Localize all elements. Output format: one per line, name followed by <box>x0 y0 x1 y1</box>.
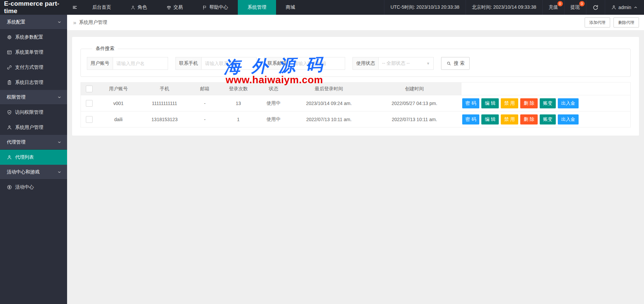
nav-item-label: 角色 <box>138 4 147 10</box>
nav-item-label: 交易 <box>173 4 183 10</box>
app-logo: E-commerce part-time <box>0 0 67 15</box>
nav-item-label: 系统管理 <box>248 4 266 10</box>
refresh-button[interactable] <box>586 0 605 15</box>
column-header-状态: 状态 <box>257 83 290 95</box>
person-icon <box>611 5 616 10</box>
search-legend: 条件搜索 <box>92 46 118 52</box>
cell-created: 2022/05/27 04:13 pm. <box>368 95 462 111</box>
add-agent-button[interactable]: 添加代理 <box>585 17 610 28</box>
person-icon <box>7 155 12 160</box>
nav-item-商城[interactable]: 商城 <box>276 0 305 15</box>
account-change-button[interactable]: 账变 <box>540 114 556 124</box>
scales-icon <box>166 5 171 10</box>
search-input[interactable] <box>113 57 168 70</box>
users-card: 条件搜索 用户账号联系手机联系邮箱 使用状态 -- 全部状态 -- ▼ 搜 索 <box>72 37 639 136</box>
delete-button[interactable]: 删 除 <box>520 98 538 108</box>
search-field-label: 用户账号 <box>87 57 113 70</box>
sidebar-group-系统配置[interactable]: 系统配置 <box>0 15 67 30</box>
row-checkbox[interactable] <box>86 116 93 123</box>
sidebar-label: 系统菜单管理 <box>15 49 43 55</box>
admin-app: E-commerce part-time 后台首页角色交易帮助中心系统管理商城 … <box>0 0 644 304</box>
nav-item-label: 帮助中心 <box>209 4 228 10</box>
topbar-nav: 后台首页角色交易帮助中心系统管理商城 <box>83 0 305 15</box>
sidebar-group-权限管理[interactable]: 权限管理 <box>0 90 67 105</box>
account-change-button[interactable]: 账变 <box>540 98 556 108</box>
utc-time: UTC-5时间: 2023/10/13 20:33:38 <box>384 0 465 15</box>
search-input[interactable] <box>290 57 345 70</box>
search-input[interactable] <box>201 57 257 70</box>
sidebar-item-系统参数配置[interactable]: 系统参数配置 <box>0 30 67 45</box>
row-actions: 密 码编 辑禁 用删 除账变出入金 <box>462 114 631 124</box>
nav-item-帮助中心[interactable]: 帮助中心 <box>193 0 238 15</box>
cell-email: - <box>190 95 220 111</box>
disable-button[interactable]: 禁 用 <box>501 114 518 124</box>
sidebar-label: 支付方式管理 <box>15 64 43 70</box>
password-button[interactable]: 密 码 <box>462 98 480 108</box>
sidebar-item-系统用户管理[interactable]: 系统用户管理 <box>0 120 67 135</box>
sidebar-item-系统日志管理[interactable]: 系统日志管理 <box>0 75 67 90</box>
disable-button[interactable]: 禁 用 <box>501 98 518 108</box>
sidebar-label: 代理列表 <box>15 154 34 160</box>
chevdown-icon <box>57 20 62 24</box>
cell-phone: 1318153123 <box>140 111 190 128</box>
shield-icon <box>7 110 12 115</box>
nav-item-系统管理[interactable]: 系统管理 <box>238 0 276 15</box>
search-field-用户账号: 用户账号 <box>87 57 168 70</box>
row-checkbox[interactable] <box>86 100 93 107</box>
recharge-label: 充值 <box>549 4 558 10</box>
chevdown-icon <box>57 170 62 174</box>
deposit-withdraw-button[interactable]: 出入金 <box>558 98 579 108</box>
sidebar-item-活动中心[interactable]: 活动中心 <box>0 180 67 195</box>
search-button[interactable]: 搜 索 <box>441 57 470 70</box>
edit-button[interactable]: 编 辑 <box>481 114 499 124</box>
withdraw-badge: 0 <box>579 1 585 6</box>
search-field-联系手机: 联系手机 <box>175 57 257 70</box>
hamburger-icon[interactable] <box>67 0 83 15</box>
sidebar-label: 活动中心 <box>15 184 34 190</box>
recharge-button[interactable]: 充值 0 <box>542 0 564 15</box>
link-icon <box>7 65 12 70</box>
sidebar-item-访问权限管理[interactable]: 访问权限管理 <box>0 105 67 120</box>
users-table: 用户账号手机邮箱登录次数状态最后登录时间创建时间 v00111111111111… <box>80 82 631 128</box>
sidebar-item-系统菜单管理[interactable]: 系统菜单管理 <box>0 45 67 60</box>
chevdown-icon <box>57 95 62 100</box>
deposit-withdraw-button[interactable]: 出入金 <box>558 114 579 124</box>
header-checkbox-cell <box>81 83 98 95</box>
table-row: v00111111111111-13使用中2023/10/14 09:24 am… <box>81 95 631 111</box>
cell-last-login: 2023/10/14 09:24 am. <box>290 95 368 111</box>
column-header-手机: 手机 <box>140 83 190 95</box>
cell-last-login: 2022/07/13 10:11 am. <box>290 111 368 128</box>
column-header-用户账号: 用户账号 <box>98 83 140 95</box>
dropdown-arrow-icon: ▼ <box>426 61 430 65</box>
status-select[interactable]: -- 全部状态 -- ▼ <box>378 57 434 70</box>
sidebar-item-支付方式管理[interactable]: 支付方式管理 <box>0 60 67 75</box>
nav-item-label: 后台首页 <box>92 4 111 10</box>
breadcrumb: » 系统用户管理 <box>73 19 107 26</box>
nav-item-角色[interactable]: 角色 <box>121 0 157 15</box>
double-chevron-icon: » <box>73 20 76 26</box>
search-field-label: 联系手机 <box>175 57 201 70</box>
column-header-邮箱: 邮箱 <box>190 83 220 95</box>
sidebar-label: 系统配置 <box>7 19 25 25</box>
delete-agent-button[interactable]: 删除代理 <box>613 17 639 28</box>
column-header-创建时间: 创建时间 <box>368 83 462 95</box>
select-all-checkbox[interactable] <box>86 86 93 92</box>
search-icon <box>446 61 451 66</box>
edit-button[interactable]: 编 辑 <box>481 98 499 108</box>
cell-account: v001 <box>98 95 140 111</box>
column-header-登录次数: 登录次数 <box>220 83 257 95</box>
password-button[interactable]: 密 码 <box>462 114 480 124</box>
delete-button[interactable]: 删 除 <box>520 114 538 124</box>
sidebar-group-代理管理[interactable]: 代理管理 <box>0 135 67 150</box>
nav-item-后台首页[interactable]: 后台首页 <box>83 0 121 15</box>
nav-item-交易[interactable]: 交易 <box>157 0 193 15</box>
cell-status: 使用中 <box>257 95 290 111</box>
withdraw-button[interactable]: 提现 0 <box>564 0 586 15</box>
topbar-right: UTC-5时间: 2023/10/13 20:33:38 北京时间: 2023/… <box>384 0 644 15</box>
admin-menu[interactable]: admin <box>605 0 644 15</box>
table-header-row: 用户账号手机邮箱登录次数状态最后登录时间创建时间 <box>81 83 631 95</box>
header-actions-cell <box>462 83 631 95</box>
sidebar-item-代理列表[interactable]: 代理列表 <box>0 150 67 165</box>
breadcrumb-bar: » 系统用户管理 添加代理 删除代理 <box>67 15 644 30</box>
sidebar-group-活动中心和游戏[interactable]: 活动中心和游戏 <box>0 165 67 180</box>
